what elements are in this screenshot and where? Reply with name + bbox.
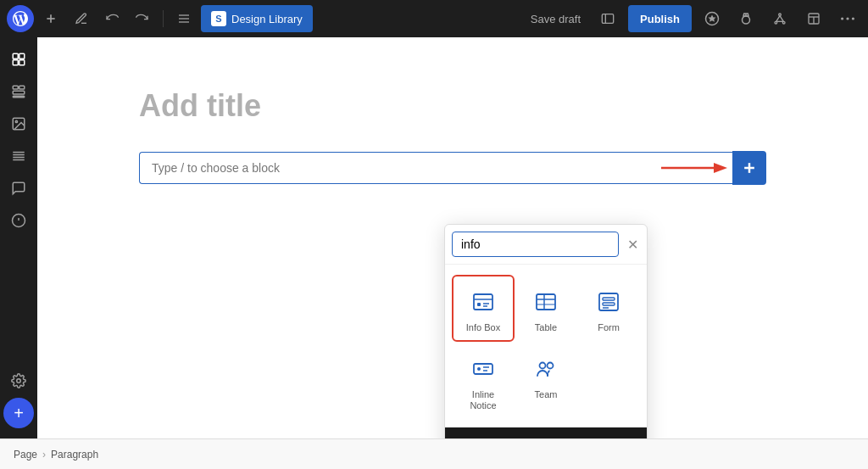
- editor-area: Add title ✕: [37, 37, 868, 438]
- block-item-team[interactable]: Team: [515, 342, 577, 420]
- layout-button[interactable]: [800, 5, 827, 32]
- sidebar-item-blocks[interactable]: [3, 44, 34, 75]
- save-draft-button[interactable]: Save draft: [524, 13, 587, 25]
- svg-rect-50: [537, 294, 555, 310]
- svg-rect-26: [19, 60, 25, 65]
- block-add-button[interactable]: [732, 151, 766, 185]
- redo-button[interactable]: [129, 5, 156, 32]
- svg-rect-58: [474, 364, 492, 374]
- svg-rect-24: [19, 53, 25, 59]
- table-label: Table: [535, 322, 557, 333]
- block-item-inline-notice[interactable]: Inline Notice: [452, 342, 515, 420]
- info-box-icon: [468, 287, 498, 317]
- svg-rect-47: [477, 303, 481, 306]
- search-clear-button[interactable]: ✕: [624, 235, 642, 254]
- svg-rect-23: [13, 53, 18, 59]
- acorn-button[interactable]: [732, 5, 760, 32]
- dropdown-search-row: ✕: [445, 225, 647, 265]
- form-label: Form: [598, 322, 620, 333]
- editor-content: Add title: [71, 37, 834, 219]
- svg-point-32: [15, 120, 17, 122]
- svg-point-9: [743, 16, 750, 24]
- inline-notice-label: Inline Notice: [459, 389, 508, 411]
- breadcrumb-page[interactable]: Page: [14, 449, 37, 461]
- svg-rect-56: [603, 303, 615, 305]
- svg-point-20: [841, 17, 843, 20]
- table-icon: [531, 287, 561, 317]
- info-box-label: Info Box: [466, 322, 500, 333]
- editor-title-placeholder[interactable]: Add title: [139, 88, 766, 124]
- starkwp-button[interactable]: [698, 5, 726, 32]
- tools-button[interactable]: [766, 5, 793, 32]
- inline-notice-icon: [468, 354, 498, 384]
- footer-breadcrumb: Page › Paragraph: [0, 438, 868, 469]
- block-item-table[interactable]: Table: [515, 275, 577, 342]
- svg-rect-25: [13, 60, 18, 65]
- sidebar-add-button[interactable]: +: [3, 398, 34, 428]
- sidebar-item-rows[interactable]: [3, 141, 34, 171]
- undo-button[interactable]: [98, 5, 125, 32]
- breadcrumb-paragraph[interactable]: Paragraph: [51, 449, 98, 461]
- team-icon: [531, 354, 561, 384]
- sidebar-item-integrations[interactable]: [3, 205, 34, 236]
- toolbar-divider: [163, 10, 164, 27]
- add-block-button[interactable]: [37, 5, 64, 32]
- svg-point-22: [852, 17, 854, 20]
- main-toolbar: S Design Library Save draft Publish: [0, 0, 868, 37]
- block-item-info-box[interactable]: Info Box: [452, 275, 515, 342]
- svg-point-63: [548, 363, 554, 369]
- sidebar-item-comments[interactable]: [3, 173, 34, 204]
- block-search-input[interactable]: [452, 232, 619, 257]
- team-label: Team: [535, 389, 558, 400]
- publish-button[interactable]: Publish: [628, 5, 692, 32]
- sidebar-add-icon: +: [14, 404, 24, 423]
- block-input-row: [139, 151, 766, 185]
- design-library-button[interactable]: S Design Library: [201, 5, 313, 32]
- design-library-s-icon: S: [211, 11, 226, 26]
- svg-rect-55: [603, 298, 615, 300]
- block-results-grid: Info Box Table: [445, 265, 647, 427]
- sidebar-item-patterns[interactable]: [3, 76, 34, 107]
- svg-marker-8: [709, 15, 716, 22]
- svg-rect-30: [13, 96, 25, 98]
- svg-point-21: [846, 17, 849, 20]
- list-view-button[interactable]: [170, 5, 198, 32]
- svg-point-40: [17, 379, 21, 383]
- sidebar-item-settings[interactable]: [3, 366, 34, 396]
- toolbar-right: Save draft Publish: [524, 5, 861, 32]
- main-layout: + Add title: [0, 37, 868, 438]
- brush-button[interactable]: [68, 5, 95, 32]
- design-library-label: Design Library: [231, 13, 303, 25]
- block-item-form[interactable]: Form: [577, 275, 640, 342]
- svg-rect-28: [19, 86, 25, 89]
- svg-rect-29: [13, 91, 25, 94]
- wp-logo[interactable]: [7, 5, 34, 32]
- svg-point-62: [540, 363, 546, 369]
- sidebar: +: [0, 37, 37, 438]
- block-type-input[interactable]: [139, 152, 732, 184]
- preview-button[interactable]: [594, 5, 621, 32]
- svg-point-11: [779, 14, 782, 16]
- browse-all-button[interactable]: Browse all: [445, 427, 647, 438]
- form-icon: [593, 287, 624, 317]
- more-options-button[interactable]: [834, 5, 861, 32]
- svg-line-14: [776, 16, 780, 22]
- svg-rect-5: [602, 14, 613, 24]
- sidebar-item-media[interactable]: [3, 109, 34, 139]
- svg-rect-27: [13, 86, 18, 89]
- svg-point-59: [477, 367, 481, 371]
- block-search-dropdown: ✕ Info Box: [444, 224, 648, 438]
- svg-line-15: [780, 16, 783, 22]
- svg-rect-45: [474, 294, 492, 310]
- breadcrumb-separator: ›: [42, 449, 46, 461]
